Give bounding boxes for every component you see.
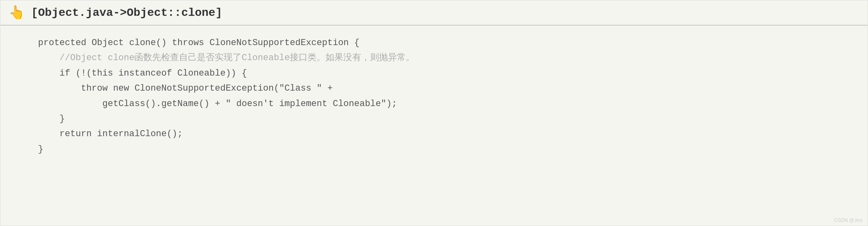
code-line: } bbox=[17, 111, 851, 126]
code-block: protected Object clone() throws CloneNot… bbox=[17, 35, 851, 157]
code-line: getClass().getName() + " doesn't impleme… bbox=[17, 96, 851, 111]
header-title: [Object.java->Object::clone] bbox=[31, 7, 222, 19]
code-line: throw new CloneNotSupportedException("Cl… bbox=[17, 81, 851, 96]
main-container: 👆 [Object.java->Object::clone] protected… bbox=[0, 0, 868, 226]
code-area: protected Object clone() throws CloneNot… bbox=[0, 26, 868, 226]
code-line: } bbox=[17, 142, 851, 157]
code-line: if (!(this instanceof Cloneable)) { bbox=[17, 66, 851, 81]
code-line: //Object clone函数先检查自己是否实现了Cloneable接口类。如… bbox=[17, 50, 851, 65]
pointing-hand-icon: 👆 bbox=[9, 4, 25, 21]
code-line: protected Object clone() throws CloneNot… bbox=[17, 35, 851, 50]
header-bar: 👆 [Object.java->Object::clone] bbox=[0, 0, 868, 26]
code-line: return internalClone(); bbox=[17, 126, 851, 141]
watermark: CSDN @Jins bbox=[834, 217, 863, 223]
